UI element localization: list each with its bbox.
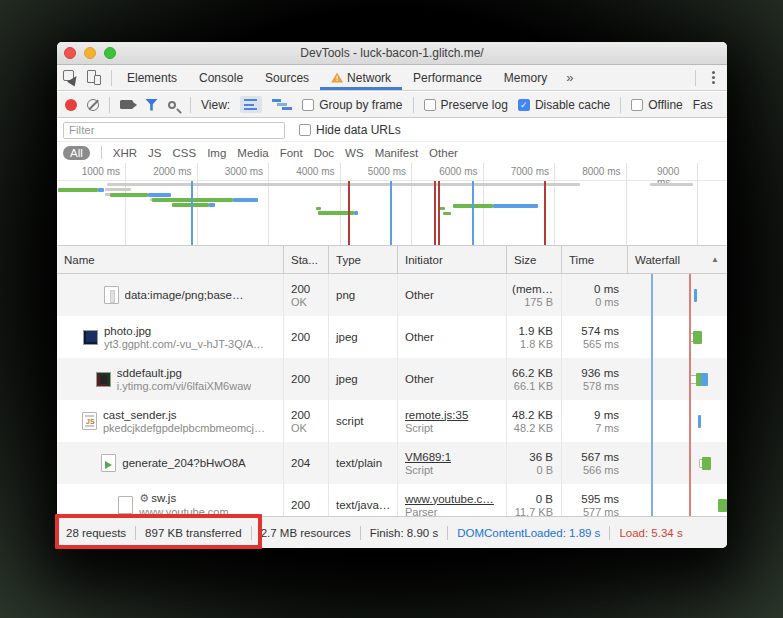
- overview-bar: [209, 203, 215, 207]
- checkbox-group-by-frame[interactable]: Group by frame: [302, 98, 402, 112]
- filter-pill-other[interactable]: Other: [429, 147, 458, 159]
- kebab-menu-icon[interactable]: [700, 71, 727, 84]
- initiator-kind: Script: [405, 422, 506, 434]
- cell-name: JScast_sender.jspkedcjkdefgpdelpbcmbmeom…: [57, 400, 283, 442]
- throttling-label[interactable]: Fas: [693, 98, 713, 112]
- filter-input[interactable]: [63, 122, 285, 139]
- total-time: 9 ms: [594, 409, 619, 421]
- table-row[interactable]: generate_204?bHwO8A204text/plainVM689:1S…: [57, 442, 727, 484]
- table-row[interactable]: photo.jpgyt3.ggpht.com/-vu_v-hJT-3Q/A…20…: [57, 316, 727, 358]
- filter-pill-manifest[interactable]: Manifest: [375, 147, 418, 159]
- waterfall-view-icon[interactable]: [272, 98, 292, 111]
- search-icon[interactable]: [168, 101, 176, 109]
- record-button[interactable]: [65, 99, 77, 111]
- request-name: photo.jpgyt3.ggpht.com/-vu_v-hJT-3Q/A…: [104, 325, 264, 350]
- tab-elements[interactable]: Elements: [116, 65, 188, 90]
- initiator-link[interactable]: remote.js:35: [405, 409, 506, 421]
- initiator-link[interactable]: www.youtube.c…: [405, 493, 506, 505]
- filter-pill-font[interactable]: Font: [280, 147, 303, 159]
- filter-pill-js[interactable]: JS: [148, 147, 161, 159]
- request-name-text: ⚙sw.js: [139, 492, 228, 505]
- file-type-icon: [104, 286, 119, 304]
- sort-arrow-icon[interactable]: ▲: [711, 255, 719, 264]
- table-row[interactable]: sddefault.jpgi.ytimg.com/vi/6lfaiXM6waw2…: [57, 358, 727, 400]
- checkbox-icon[interactable]: [424, 99, 436, 111]
- cell-status: 200: [283, 358, 328, 400]
- status-code: 200: [291, 373, 328, 385]
- column-header-time[interactable]: Time: [561, 246, 627, 273]
- cell-status: 200OK: [283, 400, 328, 442]
- overview-bar: [650, 183, 693, 186]
- hide-data-urls-checkbox[interactable]: Hide data URLs: [299, 123, 401, 137]
- checkbox-icon[interactable]: [631, 99, 643, 111]
- tab-label: Console: [199, 71, 243, 85]
- tab-label: Performance: [413, 71, 482, 85]
- resource-size: 0 B: [536, 464, 553, 476]
- overview-bar: [107, 183, 580, 186]
- tab-network[interactable]: !Network: [320, 65, 402, 90]
- cell-name: generate_204?bHwO8A: [57, 442, 283, 484]
- checkbox-offline[interactable]: Offline: [631, 98, 682, 112]
- tab-label: Sources: [265, 71, 309, 85]
- filter-pill-media[interactable]: Media: [237, 147, 268, 159]
- tab-label: Elements: [127, 71, 177, 85]
- tab-console[interactable]: Console: [188, 65, 254, 90]
- cell-name: ⚙sw.jswww.youtube.com: [57, 484, 283, 516]
- checkbox-icon[interactable]: [299, 124, 311, 136]
- timeline-gridline: [697, 163, 698, 245]
- checkbox-disable-cache[interactable]: ✓Disable cache: [518, 98, 610, 112]
- column-header-sta[interactable]: Sta...: [283, 246, 328, 273]
- column-header-label: Waterfall: [635, 254, 680, 266]
- screenshot-camera-icon[interactable]: [120, 100, 133, 109]
- load-event-line: [544, 181, 546, 245]
- tab-strip: ElementsConsoleSources!NetworkPerformanc…: [116, 65, 558, 90]
- tab-memory[interactable]: Memory: [493, 65, 558, 90]
- filter-pill-all[interactable]: All: [63, 146, 90, 160]
- column-header-label: Type: [336, 254, 361, 266]
- device-toolbar-icon[interactable]: [86, 70, 101, 85]
- inspect-element-icon[interactable]: [63, 70, 78, 85]
- column-header-initiator[interactable]: Initiator: [397, 246, 506, 273]
- cell-initiator: Other: [397, 316, 506, 358]
- checkbox-icon[interactable]: ✓: [518, 99, 530, 111]
- column-header-label: Sta...: [291, 254, 318, 266]
- filter-pill-xhr[interactable]: XHR: [113, 147, 137, 159]
- cell-type: script: [328, 400, 397, 442]
- latency-time: 566 ms: [583, 464, 619, 476]
- waterfall-bar: [718, 499, 727, 512]
- filter-pill-doc[interactable]: Doc: [314, 147, 334, 159]
- load-event-line: [348, 181, 350, 245]
- filter-funnel-icon[interactable]: [145, 99, 158, 111]
- requests-table: data:image/png;base…200OKpngOther(mem…17…: [57, 274, 727, 516]
- column-header-size[interactable]: Size: [506, 246, 561, 273]
- latency-time: 578 ms: [583, 380, 619, 392]
- cell-initiator: Other: [397, 358, 506, 400]
- cell-size: 66.2 KB66.1 KB: [506, 358, 561, 400]
- filter-pill-ws[interactable]: WS: [345, 147, 364, 159]
- timeline-overview[interactable]: 1000 ms2000 ms3000 ms4000 ms5000 ms6000 …: [57, 163, 727, 246]
- tab-sources[interactable]: Sources: [254, 65, 320, 90]
- resource-type-filters: AllXHRJSCSSImgMediaFontDocWSManifestOthe…: [57, 142, 727, 163]
- resource-size: 66.1 KB: [514, 380, 553, 392]
- tab-performance[interactable]: Performance: [402, 65, 493, 90]
- column-header-name[interactable]: Name: [57, 246, 283, 273]
- list-view-icon[interactable]: [240, 96, 262, 113]
- request-name: data:image/png;base…: [125, 289, 244, 301]
- column-header-type[interactable]: Type: [328, 246, 397, 273]
- table-row[interactable]: data:image/png;base…200OKpngOther(mem…17…: [57, 274, 727, 316]
- timeline-tick-label: 5000 ms: [368, 166, 406, 177]
- checkbox-preserve-log[interactable]: Preserve log: [424, 98, 508, 112]
- clear-icon[interactable]: [87, 99, 99, 111]
- more-tabs-button[interactable]: »: [558, 70, 581, 85]
- cell-status: 204: [283, 442, 328, 484]
- total-time: 0 ms: [594, 283, 619, 295]
- titlebar: DevTools - luck-bacon-1.glitch.me/: [57, 42, 727, 65]
- filter-pill-css[interactable]: CSS: [172, 147, 196, 159]
- thumbnail-icon: [96, 372, 111, 387]
- filter-pill-img[interactable]: Img: [207, 147, 226, 159]
- table-row[interactable]: ⚙sw.jswww.youtube.com200text/java…www.yo…: [57, 484, 727, 516]
- initiator-link[interactable]: VM689:1: [405, 451, 506, 463]
- table-row[interactable]: JScast_sender.jspkedcjkdefgpdelpbcmbmeom…: [57, 400, 727, 442]
- column-header-waterfall[interactable]: Waterfall▲: [627, 246, 727, 273]
- checkbox-icon[interactable]: [302, 99, 314, 111]
